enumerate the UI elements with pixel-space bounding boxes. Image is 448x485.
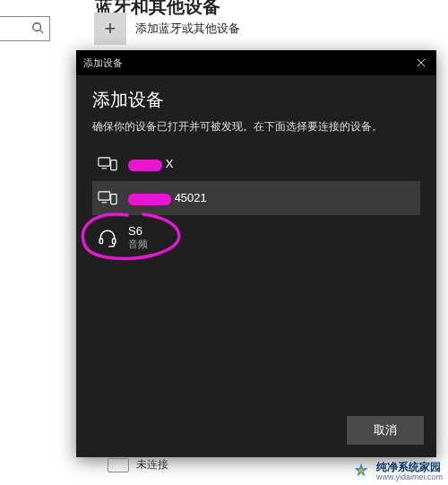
svg-line-1 [40, 30, 44, 33]
watermark: 纯净系统家园 www.yidaimei.com [351, 462, 443, 481]
add-bluetooth-button[interactable]: + 添加蓝牙或其他设备 [94, 13, 240, 45]
dialog-heading: 添加设备 [92, 88, 420, 112]
device-item[interactable]: X [92, 147, 420, 181]
search-input[interactable] [0, 16, 50, 41]
device-name: 45021 [128, 191, 207, 204]
svg-rect-4 [99, 158, 110, 166]
plus-icon: + [94, 13, 126, 45]
device-name: X [128, 157, 173, 170]
add-device-dialog: 添加设备 添加设备 确保你的设备已打开并可被发现。在下面选择要连接的设备。 X [76, 50, 436, 457]
watermark-url: www.yidaimei.com [376, 473, 443, 481]
close-button[interactable] [413, 55, 429, 71]
device-name: S6 [128, 224, 148, 238]
display-icon [98, 156, 117, 172]
close-icon [417, 58, 426, 67]
watermark-title: 纯净系统家园 [376, 462, 443, 473]
dialog-titlebar-text: 添加设备 [83, 56, 123, 70]
svg-rect-6 [111, 160, 116, 169]
svg-point-12 [358, 468, 364, 473]
status-text: 未连接 [136, 457, 168, 472]
cancel-button[interactable]: 取消 [347, 416, 424, 445]
device-glyph-icon [108, 458, 129, 472]
svg-point-0 [33, 22, 41, 30]
headset-icon [98, 230, 117, 246]
device-list: X 45021 [92, 147, 420, 260]
dialog-titlebar: 添加设备 [76, 50, 436, 75]
status-not-connected: 未连接 [108, 457, 168, 472]
redacted-scribble [128, 160, 162, 171]
svg-rect-9 [111, 194, 116, 204]
search-icon [31, 22, 44, 37]
add-bluetooth-label: 添加蓝牙或其他设备 [135, 21, 240, 37]
device-subtitle: 音频 [128, 238, 148, 251]
watermark-logo-icon [351, 462, 371, 481]
svg-rect-7 [99, 192, 110, 200]
redacted-scribble [128, 194, 171, 205]
device-item[interactable]: S6 音频 [92, 215, 420, 260]
display-icon [98, 190, 117, 206]
device-item[interactable]: 45021 [92, 181, 420, 215]
dialog-subtitle: 确保你的设备已打开并可被发现。在下面选择要连接的设备。 [92, 119, 420, 134]
